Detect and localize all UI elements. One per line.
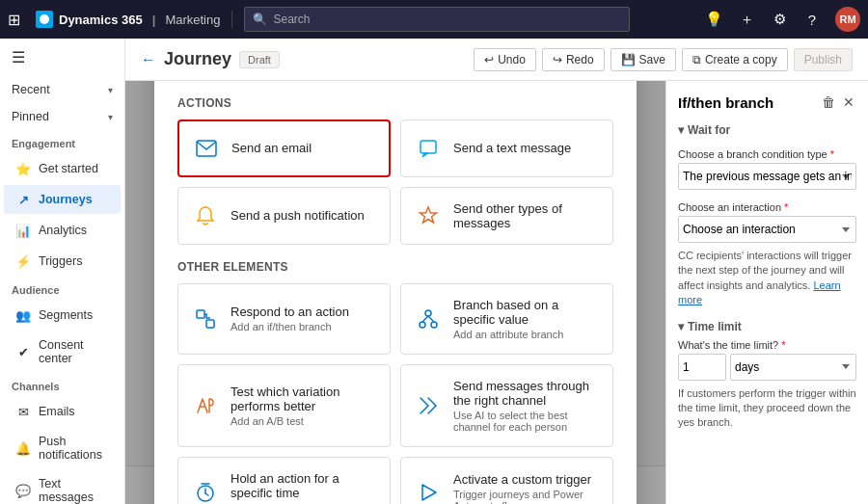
publish-button[interactable]: Publish: [794, 48, 853, 71]
undo-button[interactable]: ↩ Undo: [474, 48, 536, 71]
topbar-actions: 💡 ＋ ⚙ ? RM: [704, 7, 860, 32]
activate-icon: [415, 479, 442, 505]
engagement-label: Engagement: [0, 130, 124, 153]
create-copy-button[interactable]: ⧉ Create a copy: [682, 48, 788, 71]
module-name: Marketing: [165, 13, 220, 27]
sidebar-item-push[interactable]: 🔔 Push notifications: [4, 428, 121, 468]
recent-label: Recent: [12, 83, 50, 96]
question-icon[interactable]: ?: [802, 10, 822, 29]
topbar: ⊞ Dynamics 365 | Marketing 🔍 Search 💡 ＋ …: [0, 0, 868, 39]
svg-marker-15: [422, 485, 436, 500]
branch-condition-select[interactable]: The previous message gets an interacti..…: [678, 163, 856, 190]
interaction-section: Choose an interaction * Choose an intera…: [678, 201, 856, 308]
sidebar: ☰ Recent ▾ Pinned ▾ Engagement ⭐ Get sta…: [0, 39, 125, 504]
hold-action-card[interactable]: Hold an action for a specific time Add a…: [177, 457, 391, 505]
time-unit-select[interactable]: days: [730, 354, 856, 381]
respond-action-label: Respond to an action: [231, 305, 349, 319]
main-layout: ☰ Recent ▾ Pinned ▾ Engagement ⭐ Get sta…: [0, 39, 868, 504]
add-icon[interactable]: ＋: [737, 10, 756, 29]
pinned-label: Pinned: [12, 110, 49, 123]
sidebar-item-consent[interactable]: ✔ Consent center: [4, 332, 121, 372]
settings-icon[interactable]: ⚙: [770, 10, 789, 29]
activate-label: Activate a custom trigger: [453, 472, 599, 487]
sidebar-item-label: Triggers: [39, 254, 82, 268]
add-action-modal: Add an action or other element ✕ Actions: [154, 81, 637, 504]
sidebar-item-label: Emails: [39, 405, 75, 418]
send-channel-card[interactable]: Send messages through the right channel …: [400, 364, 613, 447]
save-button[interactable]: 💾 Save: [610, 48, 676, 71]
subheader: ← Journey Draft ↩ Undo ↪ Redo 💾 Save ⧉: [125, 39, 868, 81]
send-other-label: Send other types of messages: [453, 201, 599, 230]
sidebar-item-label: Segments: [39, 308, 93, 322]
hold-label: Hold an action for a specific time: [231, 471, 376, 500]
pinned-chevron: ▾: [108, 112, 113, 122]
sidebar-item-analytics[interactable]: 📊 Analytics: [4, 216, 121, 245]
sidebar-item-text[interactable]: 💬 Text messages: [4, 470, 121, 504]
hamburger-icon[interactable]: ☰: [0, 39, 124, 76]
ab-test-icon: [192, 392, 219, 419]
svg-rect-2: [420, 141, 436, 153]
grid-icon[interactable]: ⊞: [8, 11, 20, 29]
time-limit-title: ▾ Time limit: [678, 320, 856, 333]
test-variation-card[interactable]: Test which variation performs better Add…: [177, 364, 391, 447]
branch-sublabel: Add an attribute branch: [453, 329, 599, 340]
help-lightbulb-icon[interactable]: 💡: [704, 10, 723, 29]
recent-item[interactable]: Recent ▾: [0, 76, 124, 103]
svg-line-14: [205, 493, 208, 495]
pinned-item[interactable]: Pinned ▾: [0, 103, 124, 130]
svg-rect-1: [197, 141, 216, 156]
activate-trigger-card[interactable]: Activate a custom trigger Trigger journe…: [400, 457, 613, 505]
avatar[interactable]: RM: [835, 7, 860, 32]
time-limit-input[interactable]: [678, 354, 726, 381]
send-push-card[interactable]: Send a push notification: [177, 187, 391, 245]
triggers-icon: ⚡: [15, 253, 31, 269]
redo-button[interactable]: ↪ Redo: [542, 48, 605, 71]
panel-close-button[interactable]: ✕: [841, 93, 856, 112]
right-panel: If/then branch 🗑 ✕ ▾ Wait for Choose a b…: [665, 81, 868, 504]
modal-overlay: Add an action or other element ✕ Actions: [125, 81, 665, 504]
respond-action-sublabel: Add an if/then branch: [231, 321, 349, 332]
text-icon: 💬: [15, 483, 31, 498]
wait-for-title: ▾ Wait for: [678, 123, 856, 137]
sidebar-item-label: Consent center: [39, 338, 109, 365]
send-text-card[interactable]: Send a text message: [400, 119, 613, 177]
time-limit-row: days: [678, 354, 856, 381]
sidebar-item-label: Analytics: [39, 224, 87, 237]
wait-icon: [192, 479, 219, 505]
svg-line-10: [422, 316, 428, 322]
sidebar-item-segments[interactable]: 👥 Segments: [4, 301, 121, 330]
send-other-card[interactable]: Send other types of messages: [400, 187, 613, 245]
back-button[interactable]: ←: [141, 51, 156, 68]
content-area: ← Journey Draft ↩ Undo ↪ Redo 💾 Save ⧉: [125, 39, 868, 504]
emails-icon: ✉: [15, 404, 31, 419]
sidebar-item-journeys[interactable]: ↗ Journeys: [4, 185, 121, 214]
send-text-label: Send a text message: [453, 141, 571, 155]
sidebar-item-triggers[interactable]: ⚡ Triggers: [4, 247, 121, 276]
time-limit-collapse-icon: ▾: [678, 320, 684, 333]
branch-value-card[interactable]: Branch based on a specific value Add an …: [400, 283, 613, 355]
interaction-select[interactable]: Choose an interaction: [678, 216, 856, 243]
send-email-card[interactable]: Send an email: [177, 119, 391, 177]
channel-icon: [415, 392, 442, 419]
email-icon: [193, 135, 220, 162]
test-label: Test which variation performs better: [231, 385, 376, 413]
other-elements-section: Other elements: [177, 260, 613, 505]
other-messages-icon: [415, 202, 442, 229]
interaction-note: CC recipients' interactions will trigger…: [678, 249, 856, 308]
sidebar-item-emails[interactable]: ✉ Emails: [4, 397, 121, 426]
panel-delete-button[interactable]: 🗑: [820, 93, 837, 112]
branch-label: Branch based on a specific value: [453, 298, 599, 327]
channel-sublabel: Use AI to select the best channel for ea…: [453, 410, 599, 433]
channels-label: Channels: [0, 373, 124, 396]
search-bar[interactable]: 🔍 Search: [244, 7, 630, 32]
elements-section-label: Other elements: [177, 260, 613, 274]
app-logo: Dynamics 365 | Marketing: [36, 11, 232, 28]
respond-action-card[interactable]: Respond to an action Add an if/then bran…: [177, 283, 391, 355]
search-placeholder: Search: [273, 13, 310, 26]
right-panel-title: If/then branch 🗑 ✕: [678, 93, 856, 112]
sidebar-item-get-started[interactable]: ⭐ Get started: [4, 154, 121, 183]
wait-for-section: ▾ Wait for: [678, 123, 856, 137]
audience-label: Audience: [0, 277, 124, 300]
push-notif-icon: [192, 202, 219, 229]
recent-chevron: ▾: [108, 85, 113, 95]
